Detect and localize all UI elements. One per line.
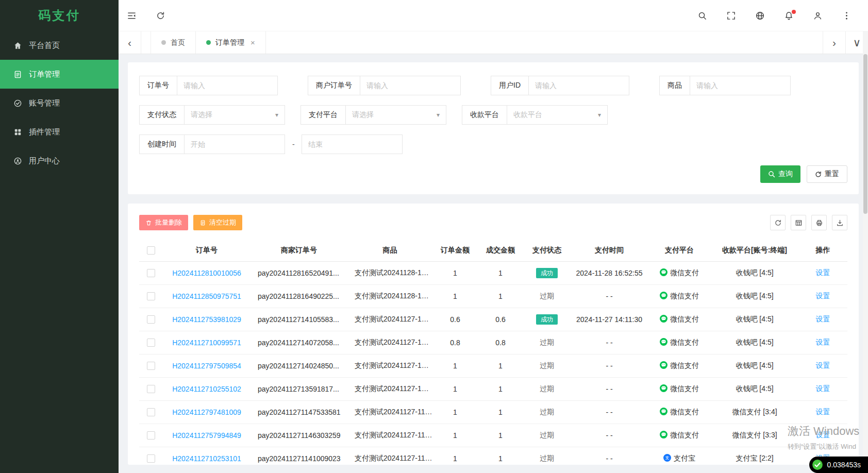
product-name: 支付测试20241127-141...: [355, 315, 432, 323]
filter-pay-platform: 支付平台 请选择 ▾: [301, 105, 446, 125]
row-checkbox[interactable]: [147, 269, 155, 277]
column-header: 支付平台: [648, 240, 711, 261]
select-placeholder: 请选择: [352, 110, 374, 120]
row-checkbox[interactable]: [147, 339, 155, 347]
order-no-link[interactable]: H2024112850975751: [172, 292, 241, 300]
sidebar-item-accounts[interactable]: 账号管理: [0, 89, 119, 117]
order-no-link[interactable]: H2024112710255102: [172, 385, 241, 393]
receive-platform: 微信支付 [3:4]: [711, 400, 798, 424]
row-checkbox[interactable]: [147, 454, 155, 463]
order-no-input[interactable]: [177, 76, 278, 95]
sidebar-item-user-center[interactable]: 用户中心: [0, 146, 119, 175]
settings-link[interactable]: 设置: [816, 338, 830, 346]
settings-link[interactable]: 设置: [816, 431, 830, 439]
order-no-link[interactable]: H2024112710253101: [172, 454, 241, 463]
columns-icon[interactable]: [791, 215, 806, 230]
tab-home[interactable]: 首页: [151, 31, 196, 54]
print-icon[interactable]: [811, 215, 827, 230]
merchant-order-no: pay2024112816520491...: [258, 269, 339, 277]
settings-link[interactable]: 设置: [816, 408, 830, 416]
row-checkbox[interactable]: [147, 362, 155, 370]
order-icon: [13, 70, 22, 79]
order-amount: 1: [432, 400, 478, 424]
settings-link[interactable]: 设置: [816, 361, 830, 369]
row-checkbox[interactable]: [147, 431, 155, 440]
filter-label: 订单号: [139, 76, 177, 95]
sidebar-item-plugins[interactable]: 插件管理: [0, 117, 119, 146]
payment-platform-icon: 支: [660, 431, 667, 438]
order-no-link[interactable]: H2024112810010056: [172, 269, 241, 277]
user-id-input[interactable]: [528, 76, 629, 95]
filter-receive-platform: 收款平台 收款平台 ▾: [462, 105, 608, 125]
search-icon[interactable]: [697, 11, 707, 21]
paid-amount: 1: [478, 377, 523, 400]
column-header: 订单号: [163, 240, 251, 261]
row-checkbox[interactable]: [147, 408, 155, 416]
user-icon[interactable]: [813, 11, 823, 21]
settings-link[interactable]: 设置: [816, 268, 830, 277]
merchant-order-no: pay2024112713591817...: [258, 385, 339, 393]
more-icon[interactable]: [842, 11, 852, 21]
payment-platform-icon: 支: [660, 315, 667, 323]
table-row: H2024112797481009 pay202411271147533581 …: [139, 400, 847, 424]
order-no-link[interactable]: H2024112710099571: [172, 339, 241, 347]
order-no-link[interactable]: H2024112753981029: [172, 315, 241, 324]
column-header: 支付时间: [571, 240, 648, 261]
filter-order-no: 订单号: [139, 76, 278, 95]
tabs-scroll-left-icon[interactable]: ‹: [119, 31, 141, 54]
status-badge: 过期: [540, 384, 554, 393]
select-all-checkbox[interactable]: [147, 246, 155, 255]
pay-time: - -: [571, 354, 648, 377]
status-badge: 成功: [536, 268, 558, 278]
refresh-icon[interactable]: [156, 11, 165, 21]
row-checkbox[interactable]: [147, 292, 155, 300]
sidebar: 码支付 平台首页 订单管理 账号管理 插件管理 用户中心: [0, 0, 119, 473]
sidebar-item-orders[interactable]: 订单管理: [0, 60, 119, 89]
product-input[interactable]: [690, 76, 791, 95]
globe-icon[interactable]: [755, 11, 765, 21]
page-scrollbar[interactable]: [863, 31, 868, 473]
start-date-input[interactable]: [184, 134, 285, 154]
sidebar-item-home[interactable]: 平台首页: [0, 31, 119, 60]
order-no-link[interactable]: H2024112797481009: [172, 408, 241, 416]
pay-time: - -: [571, 400, 648, 424]
order-no-link[interactable]: H2024112757994849: [172, 431, 241, 440]
tabs-scroll-right-icon[interactable]: ›: [823, 31, 845, 54]
column-header: 支付状态: [523, 240, 571, 261]
order-no-link[interactable]: H2024112797509854: [172, 362, 241, 370]
settings-link[interactable]: 设置: [816, 384, 830, 393]
export-icon[interactable]: [832, 215, 847, 230]
bell-icon[interactable]: [784, 11, 794, 21]
tab-close-icon[interactable]: ×: [251, 38, 255, 47]
pay-platform-select[interactable]: 请选择 ▾: [345, 105, 446, 125]
pay-status-select[interactable]: 请选择 ▾: [184, 105, 285, 125]
batch-delete-button[interactable]: 批量删除: [139, 215, 188, 230]
clear-expired-button[interactable]: 清空过期: [193, 215, 242, 230]
settings-link[interactable]: 设置: [816, 315, 830, 323]
fullscreen-icon[interactable]: [726, 11, 736, 21]
table-header-row: 订单号商家订单号商品订单金额成交金额支付状态支付时间支付平台收款平台[账号:终端…: [139, 240, 847, 261]
filter-pay-status: 支付状态 请选择 ▾: [139, 105, 285, 125]
payment-platform: 微信支付: [670, 431, 699, 439]
search-button[interactable]: 查询: [760, 165, 800, 183]
order-amount: 1: [432, 284, 478, 308]
status-badge: 过期: [540, 338, 554, 346]
merchant-order-no-input[interactable]: [360, 76, 461, 95]
scrollbar-thumb[interactable]: [863, 54, 867, 214]
receive-platform: 支付宝 [2:2]: [711, 447, 798, 465]
row-checkbox[interactable]: [147, 315, 155, 324]
refresh-table-icon[interactable]: [770, 215, 786, 230]
product-name: 支付测试20241127-114...: [355, 454, 432, 462]
table-row: H2024112710253101 pay202411271141009023 …: [139, 447, 847, 465]
tab-order-management[interactable]: 订单管理 ×: [196, 31, 266, 54]
receive-platform-select[interactable]: 收款平台 ▾: [507, 105, 608, 125]
reset-button[interactable]: 重置: [807, 165, 847, 183]
order-amount: 1: [432, 354, 478, 377]
table-row: H2024112850975751 pay2024112816490225...…: [139, 284, 847, 308]
collapse-menu-icon[interactable]: [127, 11, 137, 21]
end-date-input[interactable]: [302, 134, 403, 154]
settings-link[interactable]: 设置: [816, 292, 830, 300]
receive-platform: 微信支付 [3:3]: [711, 424, 798, 447]
header-right-icons: [697, 11, 852, 21]
row-checkbox[interactable]: [147, 385, 155, 393]
